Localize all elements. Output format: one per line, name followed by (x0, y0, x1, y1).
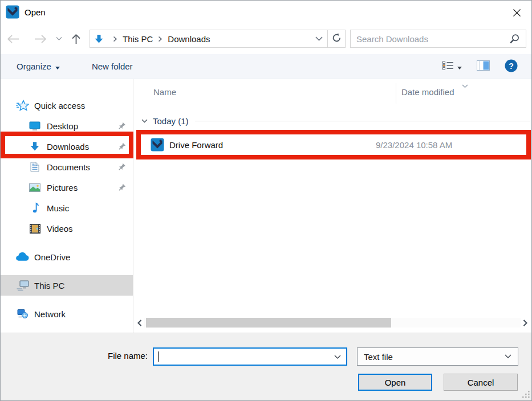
main-area: Quick access Desktop Downloads (1, 79, 531, 333)
refresh-button[interactable] (328, 30, 346, 48)
pin-icon (119, 142, 126, 150)
quick-access-star-icon (15, 100, 29, 111)
open-button[interactable]: Open (358, 374, 432, 391)
sidebar-item-onedrive[interactable]: OneDrive (1, 247, 133, 267)
preview-pane-icon[interactable] (477, 60, 490, 72)
forward-icon[interactable] (33, 34, 47, 44)
file-type-select[interactable]: Text file (357, 347, 518, 366)
sidebar-item-label: Network (34, 309, 66, 319)
cancel-button-label: Cancel (468, 378, 494, 387)
sidebar-item-label: Pictures (47, 183, 78, 193)
breadcrumb-separator-icon (158, 36, 163, 42)
open-button-label: Open (385, 378, 406, 387)
new-folder-button[interactable]: New folder (92, 62, 133, 71)
file-list-area: Name Date modified Today (1) (133, 79, 531, 333)
organize-label: Organize (17, 62, 51, 71)
svg-text:?: ? (509, 61, 514, 70)
up-icon[interactable] (71, 33, 81, 45)
sidebar-item-label: Downloads (47, 142, 89, 152)
scrollbar-thumb[interactable] (146, 318, 391, 328)
sidebar-item-label: Music (47, 203, 69, 213)
column-divider[interactable] (396, 83, 396, 104)
scrollbar-track[interactable] (144, 318, 521, 328)
navigation-bar: This PC Downloads (1, 23, 531, 54)
file-name-combobox (153, 347, 347, 366)
sort-indicator-chevron-icon (462, 80, 468, 90)
sidebar-item-pictures[interactable]: Pictures (1, 177, 133, 198)
pin-icon (119, 122, 126, 130)
scroll-left-icon[interactable] (135, 318, 144, 328)
videos-film-icon (28, 224, 42, 234)
text-caret (158, 351, 159, 362)
file-date-modified-text: 9/23/2024 10:58 AM (376, 140, 452, 150)
close-icon[interactable] (509, 6, 525, 19)
network-icon (15, 309, 29, 319)
address-dropdown-chevron-icon[interactable] (315, 36, 323, 41)
title-bar: Open (1, 1, 531, 23)
column-header-name[interactable]: Name (153, 87, 176, 97)
refresh-icon (331, 32, 342, 45)
sidebar-item-label: Videos (47, 224, 73, 234)
sidebar-item-label: Quick access (34, 101, 85, 111)
group-divider-line (195, 121, 530, 121)
sidebar-item-label: This PC (34, 281, 64, 290)
sidebar-item-network[interactable]: Network (1, 304, 133, 324)
file-name-label: File name: (1, 351, 148, 361)
sidebar-item-label: OneDrive (34, 252, 70, 262)
file-name-text: Drive Forward (169, 140, 223, 150)
cancel-button[interactable]: Cancel (444, 374, 518, 391)
sidebar-item-quick-access[interactable]: Quick access (1, 95, 133, 116)
sidebar-item-label: Documents (47, 162, 90, 172)
drive-forward-app-icon (151, 138, 164, 152)
dialog-footer: File name: Text file Open Cancel (1, 333, 531, 401)
organize-button[interactable]: Organize (17, 62, 60, 71)
pin-icon (119, 183, 126, 191)
file-name-dropdown-chevron-icon[interactable] (334, 355, 341, 359)
list-view-icon (442, 61, 454, 72)
file-row-drive-forward[interactable]: Drive Forward 9/23/2024 10:58 AM (133, 133, 531, 156)
view-mode-caret-icon (457, 62, 462, 71)
downloads-icon (28, 141, 42, 152)
organize-caret-icon (55, 62, 60, 71)
pictures-icon (28, 183, 42, 192)
this-pc-monitor-icon (15, 280, 29, 291)
file-name-input[interactable] (154, 349, 346, 365)
help-icon[interactable]: ? (505, 59, 518, 74)
search-box (350, 30, 526, 48)
recent-locations-chevron-icon[interactable] (56, 36, 62, 41)
sidebar-item-documents[interactable]: Documents (1, 157, 133, 177)
breadcrumb-downloads[interactable]: Downloads (168, 34, 210, 44)
file-type-chevron-icon (505, 354, 511, 359)
group-collapse-chevron-icon[interactable] (141, 119, 148, 123)
sidebar-item-desktop[interactable]: Desktop (1, 116, 133, 136)
file-type-value: Text file (364, 352, 393, 362)
resize-grip[interactable] (522, 390, 530, 400)
documents-icon (28, 162, 42, 172)
scroll-right-icon[interactable] (521, 318, 530, 328)
new-folder-label: New folder (92, 62, 133, 71)
view-mode-button[interactable] (442, 61, 462, 72)
group-label[interactable]: Today (1) (153, 116, 189, 126)
open-dialog-window: Open This PC Downl (0, 0, 532, 401)
music-note-icon (28, 202, 42, 214)
desktop-icon (28, 121, 42, 130)
search-icon[interactable] (509, 34, 520, 44)
sidebar-item-music[interactable]: Music (1, 198, 133, 218)
sidebar-item-downloads[interactable]: Downloads (1, 136, 133, 157)
back-icon[interactable] (6, 34, 21, 44)
group-header-today: Today (1) (133, 113, 531, 129)
column-headers: Name Date modified (133, 79, 531, 105)
onedrive-cloud-icon (15, 252, 29, 261)
breadcrumb-separator-icon (113, 36, 117, 42)
horizontal-scrollbar[interactable] (135, 318, 530, 328)
sidebar-item-label: Desktop (47, 121, 78, 131)
toolbar-right-group: ? (442, 59, 518, 74)
search-input[interactable] (356, 34, 506, 44)
navigation-sidebar: Quick access Desktop Downloads (1, 79, 133, 333)
breadcrumb-this-pc[interactable]: This PC (123, 34, 153, 44)
sidebar-item-this-pc[interactable]: This PC (1, 275, 133, 296)
column-header-date-modified[interactable]: Date modified (401, 87, 454, 97)
pin-icon (119, 163, 126, 171)
sidebar-item-videos[interactable]: Videos (1, 218, 133, 239)
address-bar[interactable]: This PC Downloads (90, 30, 328, 48)
